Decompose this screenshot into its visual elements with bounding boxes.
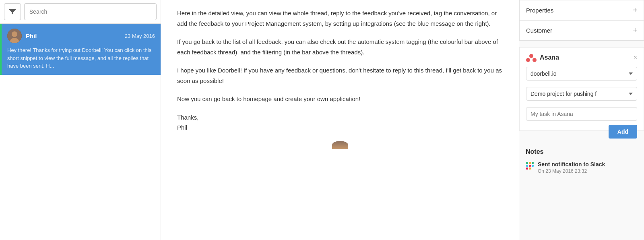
svg-point-4 [526,58,530,62]
customer-button[interactable]: Customer + [519,20,644,41]
asana-name: Asana [540,54,559,61]
avatar [7,29,22,43]
asana-logo-icon [526,53,537,62]
asana-close-button[interactable]: × [634,54,637,61]
svg-rect-12 [529,168,531,170]
thread-username: Phil [26,33,37,39]
svg-rect-6 [526,165,528,167]
svg-point-3 [529,54,533,58]
paragraph-2: If you go back to the list of all feedba… [177,37,503,57]
right-panel: Properties + Customer + Asana × doorbell… [519,0,644,240]
paragraph-1: Here in the detailed view, you can view … [177,8,503,29]
notes-title: Notes [526,148,638,155]
properties-button[interactable]: Properties + [519,0,644,20]
bottom-avatar-partial [177,141,503,149]
asana-section: Asana × doorbell.io Demo project for pus… [519,47,644,131]
search-input[interactable] [24,3,157,20]
main-content: Here in the detailed view, you can view … [161,0,519,240]
customer-label: Customer [526,27,552,34]
svg-rect-10 [532,165,534,167]
task-input[interactable] [526,107,637,121]
svg-point-5 [533,58,537,62]
avatar-image [7,29,22,43]
note-item: Sent notification to Slack On 23 May 201… [526,161,638,174]
note-title: Sent notification to Slack [538,161,605,168]
customer-plus-icon: + [633,26,637,35]
workspace-select-wrapper: doorbell.io [526,67,637,84]
note-content: Sent notification to Slack On 23 May 201… [538,161,605,174]
properties-plus-icon: + [633,6,637,14]
sidebar: Phil 23 May 2016 Hey there! Thanks for t… [0,0,161,240]
project-select[interactable]: Demo project for pushing f [526,87,637,101]
sidebar-header [0,0,161,24]
paragraph-3: I hope you like Doorbell! If you have an… [177,65,503,86]
asana-header: Asana × [526,53,637,62]
svg-rect-8 [529,162,531,164]
asana-title-row: Asana [526,53,559,62]
add-button[interactable]: Add [609,125,637,139]
svg-point-1 [12,31,17,37]
svg-rect-11 [532,162,534,164]
workspace-select[interactable]: doorbell.io [526,67,637,81]
bottom-avatar [332,141,348,149]
thread-item-user: Phil [7,29,37,43]
note-date: On 23 May 2016 23:32 [538,168,605,174]
thread-preview: Hey there! Thanks for trying out Doorbel… [7,46,155,70]
svg-rect-9 [529,165,531,167]
project-select-wrapper: Demo project for pushing f [526,87,637,104]
svg-rect-13 [526,168,528,170]
thread-date: 23 May 2016 [125,33,155,39]
properties-label: Properties [526,7,553,14]
thread-item-header: Phil 23 May 2016 [7,29,155,43]
filter-button[interactable] [4,3,21,20]
filter-icon [9,9,16,14]
thread-item[interactable]: Phil 23 May 2016 Hey there! Thanks for t… [0,24,161,75]
notes-section: Notes Sent notification to Slack On 23 M… [519,139,644,180]
slack-logo-icon [526,161,535,170]
paragraph-5: Thanks, Phil [177,112,503,133]
svg-rect-7 [526,162,528,164]
paragraph-4: Now you can go back to homepage and crea… [177,94,503,104]
